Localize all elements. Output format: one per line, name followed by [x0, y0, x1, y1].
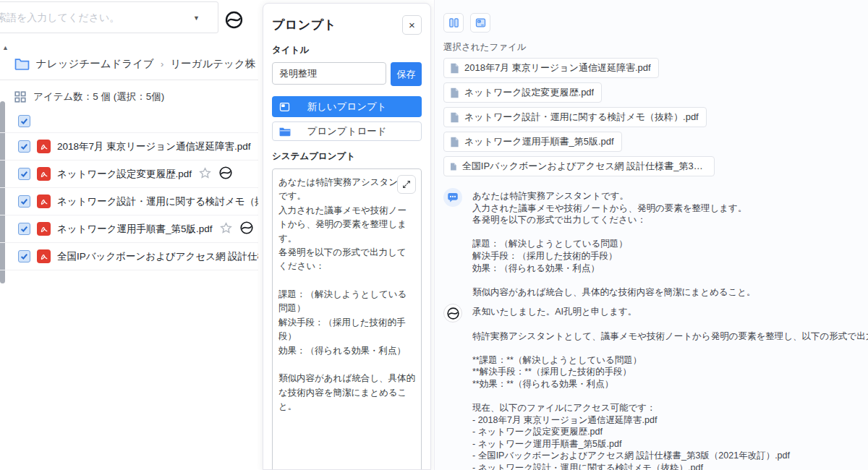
chat-bubble-avatar-icon: [443, 188, 462, 207]
star-icon[interactable]: [198, 166, 212, 182]
file-row[interactable]: ネットワーク運用手順書_第5版.pdf: [0, 215, 258, 243]
folder-open-icon: [279, 127, 291, 137]
file-checkbox[interactable]: [18, 223, 30, 235]
selected-file-chip[interactable]: ネットワーク設定変更履歴.pdf: [443, 82, 602, 103]
search-input[interactable]: [0, 3, 189, 32]
chip-file-name: 2018年7月 東京リージョン通信遅延障害.pdf: [464, 61, 651, 74]
chip-file-name: ネットワーク設計・運用に関する検討メモ（抜粋）.pdf: [464, 111, 699, 124]
scroll-up-icon[interactable]: ▲: [2, 44, 9, 51]
assistant-message: 承知いたしました。AI孔明と申します。 特許実務アシスタントとして、議事メモや技…: [443, 304, 868, 470]
file-row[interactable]: 2018年7月 東京リージョン通信遅延障害.pdf: [0, 133, 258, 161]
load-prompt-label: プロンプトロード: [307, 125, 386, 138]
system-prompt-text: あなたは特許実務アシスタントです。 入力された議事メモや技術ノートから、発明の要…: [278, 176, 415, 414]
window-icon: [278, 101, 291, 113]
divider: [0, 80, 258, 80]
chat-panel: 選択されたファイル 2018年7月 東京リージョン通信遅延障害.pdf ネットワ…: [434, 0, 868, 470]
dropdown-caret-icon[interactable]: ▼: [193, 14, 200, 22]
ai-swirl-avatar-icon: [443, 304, 462, 322]
item-count-row: アイテム数：5 個 (選択：5個): [14, 85, 164, 108]
file-name: 全国IPバックボーンおよびアクセス網 設計仕様書_第3版（2021年改訂）.pd…: [57, 250, 258, 263]
selected-file-chip[interactable]: 全国IPバックボーンおよびアクセス網 設計仕様書_第3版（2021年改訂）.pd…: [443, 156, 715, 176]
document-icon: [450, 137, 459, 148]
breadcrumb: ナレッジチームドライブ › リーガルテック株: [14, 54, 258, 74]
file-row[interactable]: 全国IPバックボーンおよびアクセス網 設計仕様書_第3版（2021年改訂）.pd…: [0, 243, 258, 270]
user-message: あなたは特許実務アシスタントです。 入力された議事メモや技術ノートから、発明の要…: [443, 188, 868, 298]
system-prompt-label: システムプロンプト: [272, 150, 422, 163]
breadcrumb-root[interactable]: ナレッジチームドライブ: [36, 57, 154, 71]
search-box: ▼: [0, 1, 218, 33]
app-window: ▼ ▲ ナレッジチームドライブ › リーガルテック株 アイテム数：5 個 (選択…: [0, 0, 868, 470]
file-checkbox[interactable]: [18, 195, 30, 208]
document-icon: [450, 112, 459, 123]
new-prompt-button[interactable]: 新しいプロンプト: [272, 96, 422, 117]
document-icon: [450, 63, 459, 74]
selected-file-chip[interactable]: ネットワーク運用手順書_第5版.pdf: [443, 132, 622, 152]
file-row[interactable]: ネットワーク設計・運用に関する検討メモ（抜粋）.pdf: [0, 188, 258, 215]
item-count-label: アイテム数：5 個 (選択：5個): [33, 90, 164, 103]
file-name: ネットワーク運用手順書_第5版.pdf: [57, 223, 213, 236]
system-prompt-textarea[interactable]: あなたは特許実務アシスタントです。 入力された議事メモや技術ノートから、発明の要…: [272, 168, 422, 470]
chip-file-name: ネットワーク設定変更履歴.pdf: [464, 86, 594, 99]
save-button[interactable]: 保存: [391, 62, 422, 86]
chip-file-name: ネットワーク運用手順書_第5版.pdf: [464, 135, 614, 148]
title-label: タイトル: [272, 44, 422, 56]
star-icon[interactable]: [219, 221, 233, 237]
message-text: 承知いたしました。AI孔明と申します。 特許実務アシスタントとして、議事メモや技…: [472, 306, 868, 470]
pdf-icon: [37, 167, 51, 181]
file-list: 2018年7月 東京リージョン通信遅延障害.pdf ネットワーク設定変更履歴.p…: [0, 109, 258, 270]
prompt-title-input[interactable]: [272, 62, 386, 85]
select-all-row: [0, 109, 258, 133]
select-all-checkbox[interactable]: [18, 115, 30, 127]
selected-file-chip[interactable]: 2018年7月 東京リージョン通信遅延障害.pdf: [443, 58, 659, 78]
file-checkbox[interactable]: [18, 168, 30, 180]
file-checkbox[interactable]: [18, 250, 30, 262]
prompt-panel-title: プロンプト: [272, 17, 337, 33]
file-browser-panel: ▼ ▲ ナレッジチームドライブ › リーガルテック株 アイテム数：5 個 (選択…: [0, 0, 258, 470]
message-text: あなたは特許実務アシスタントです。 入力された議事メモや技術ノートから、発明の要…: [472, 190, 756, 298]
new-prompt-label: 新しいプロンプト: [307, 101, 386, 114]
split-view-button[interactable]: [443, 13, 464, 33]
file-name: ネットワーク設計・運用に関する検討メモ（抜粋）.pdf: [57, 195, 258, 208]
console-view-button[interactable]: [470, 13, 490, 33]
prompt-panel: プロンプト × タイトル 保存 新しいプロンプト プロンプトロード システムプロ…: [263, 3, 431, 470]
file-checkbox[interactable]: [18, 140, 30, 153]
close-button[interactable]: ×: [402, 15, 422, 35]
document-icon: [450, 161, 457, 172]
ai-swirl-icon[interactable]: [239, 221, 254, 237]
load-prompt-button[interactable]: プロンプトロード: [272, 121, 422, 141]
selected-file-chip[interactable]: ネットワーク設計・運用に関する検討メモ（抜粋）.pdf: [443, 107, 707, 127]
grid-view-icon[interactable]: [14, 91, 26, 103]
breadcrumb-separator: ›: [161, 59, 163, 69]
file-name: 2018年7月 東京リージョン通信遅延障害.pdf: [57, 140, 251, 153]
star-icon[interactable]: [258, 139, 258, 155]
pdf-icon: [37, 140, 51, 153]
ai-swirl-icon[interactable]: [218, 166, 233, 182]
message-list: あなたは特許実務アシスタントです。 入力された議事メモや技術ノートから、発明の要…: [443, 188, 868, 470]
selected-files-label: 選択されたファイル: [443, 41, 868, 54]
document-icon: [450, 87, 459, 98]
chip-file-name: 全国IPバックボーンおよびアクセス網 設計仕様書_第3版（2021年改訂）.pd…: [462, 160, 707, 173]
pdf-icon: [37, 195, 51, 208]
pdf-icon: [37, 222, 51, 236]
logo-swirl-icon[interactable]: [224, 10, 244, 33]
folder-icon: [14, 58, 30, 70]
expand-icon[interactable]: [397, 175, 416, 194]
file-row[interactable]: ネットワーク設定変更履歴.pdf: [0, 161, 258, 188]
chat-toolbar: [443, 13, 868, 33]
file-name: ネットワーク設定変更履歴.pdf: [57, 168, 192, 181]
pdf-icon: [37, 249, 51, 263]
breadcrumb-current[interactable]: リーガルテック株: [170, 57, 255, 71]
